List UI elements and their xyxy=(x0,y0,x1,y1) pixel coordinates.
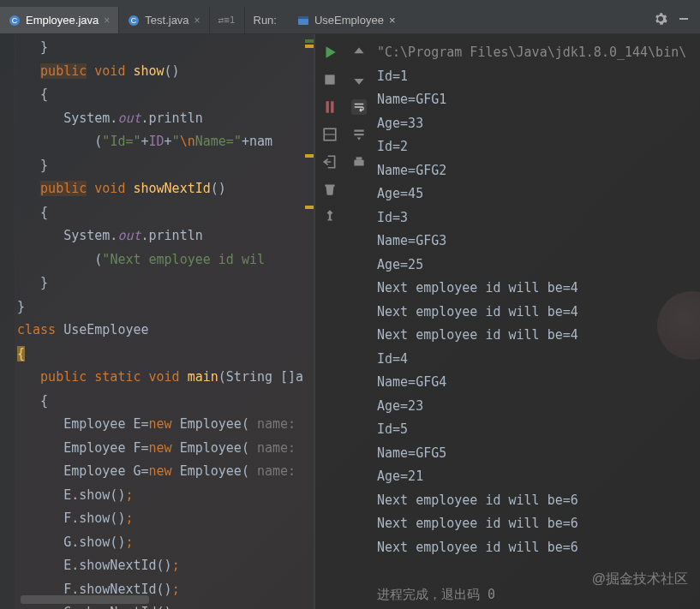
brace-highlight: { xyxy=(17,346,25,361)
keyword-public: public xyxy=(40,63,87,79)
run-toolbar-secondary xyxy=(344,34,374,609)
field: ID xyxy=(149,134,165,149)
code: G.showNextId() xyxy=(17,605,172,609)
code: } xyxy=(17,275,48,290)
semicolon: ; xyxy=(172,605,180,609)
editor-error-stripe[interactable] xyxy=(303,34,314,609)
tabs-row: C Employee.java × C Test.java × ⇄≡1 Run:… xyxy=(0,7,700,34)
keyword-new: new xyxy=(149,416,172,432)
down-icon[interactable] xyxy=(351,72,367,87)
thread-dump-icon[interactable] xyxy=(322,99,338,115)
stripe-mark[interactable] xyxy=(305,45,314,48)
keyword-void: void xyxy=(87,63,133,79)
console-output[interactable]: "C:\Program Files\Java\jdk1.8.0_144\bin\… xyxy=(374,34,700,609)
method-name: showNextId xyxy=(133,181,210,196)
stripe-mark[interactable] xyxy=(305,154,314,158)
gear-icon[interactable] xyxy=(654,12,667,28)
keyword-void: void xyxy=(149,369,188,385)
close-icon[interactable]: × xyxy=(104,15,110,27)
escape: \n xyxy=(180,134,195,149)
up-icon[interactable] xyxy=(351,45,367,60)
print-icon[interactable] xyxy=(351,154,367,170)
keyword-void: void xyxy=(87,181,133,196)
tab-label: Test.java xyxy=(145,14,188,27)
code: .println xyxy=(141,110,203,126)
console-line: Name=GFG2 xyxy=(377,159,697,183)
string: Id= xyxy=(110,134,133,149)
scroll-to-end-icon[interactable] xyxy=(351,127,367,142)
stop-icon[interactable] xyxy=(322,72,338,87)
horizontal-scrollbar[interactable] xyxy=(21,595,149,604)
run-config-tab[interactable]: UseEmployee × xyxy=(289,7,404,33)
minimize-icon[interactable] xyxy=(678,13,690,27)
method-name: main xyxy=(188,369,218,385)
field: out xyxy=(117,228,141,243)
keyword-public: public xyxy=(40,369,94,385)
keyword-static: static xyxy=(94,369,148,385)
tab-employee-java[interactable]: C Employee.java × xyxy=(0,7,119,33)
soft-wrap-icon[interactable] xyxy=(351,99,367,115)
console-line: Next employee id will be=4 xyxy=(377,277,697,301)
string: " xyxy=(133,134,141,149)
svg-rect-6 xyxy=(679,18,688,20)
run-icon[interactable] xyxy=(322,45,338,60)
structure-nav-toggle[interactable]: ⇄≡1 xyxy=(210,7,244,33)
console-line: Id=2 xyxy=(377,135,697,159)
toolbar-right xyxy=(643,7,700,33)
console-line: Age=45 xyxy=(377,182,697,206)
semicolon: ; xyxy=(125,534,133,550)
editor-gutter[interactable] xyxy=(0,34,15,609)
semicolon: ; xyxy=(172,558,180,573)
tab-test-java[interactable]: C Test.java × xyxy=(119,7,209,33)
console-line: Age=33 xyxy=(377,112,697,136)
stripe-mark[interactable] xyxy=(305,206,314,209)
window-top-bar xyxy=(0,0,700,7)
code: + xyxy=(141,134,149,149)
console-line: Id=4 xyxy=(377,348,697,372)
code: () xyxy=(165,63,180,79)
string: Name= xyxy=(195,134,234,149)
layout-icon[interactable] xyxy=(322,127,338,142)
pin-icon[interactable] xyxy=(322,209,338,224)
run-label: Run: xyxy=(254,14,277,27)
param-hint: name: xyxy=(249,440,296,456)
console-line: Next employee id will be=6 xyxy=(377,489,697,513)
svg-rect-10 xyxy=(354,160,363,166)
code: } xyxy=(17,39,48,55)
method-name: show xyxy=(133,63,164,79)
field: out xyxy=(117,110,141,126)
string: " xyxy=(172,134,180,149)
console-line: Age=23 xyxy=(377,395,697,419)
close-icon[interactable]: × xyxy=(194,15,200,27)
stripe-mark[interactable] xyxy=(305,39,314,43)
trash-icon[interactable] xyxy=(322,182,338,197)
editor-tabs: C Employee.java × C Test.java × xyxy=(0,7,210,33)
svg-text:C: C xyxy=(131,16,137,25)
code: Employee F= xyxy=(17,440,149,456)
svg-rect-7 xyxy=(325,75,334,84)
code: E.showNextId() xyxy=(17,558,172,573)
code-editor[interactable]: } public void show() { System.out.printl… xyxy=(15,34,314,609)
code: } xyxy=(17,299,25,314)
code: Employee G= xyxy=(17,463,149,479)
code: E.show() xyxy=(17,487,125,503)
code: { xyxy=(17,205,48,220)
code: System. xyxy=(17,110,117,126)
code: } xyxy=(17,158,48,173)
code: G.show() xyxy=(17,534,125,550)
console-line: Id=3 xyxy=(377,206,697,230)
run-toolbar-primary xyxy=(315,34,344,609)
semicolon: ; xyxy=(172,582,180,597)
svg-rect-11 xyxy=(356,157,362,159)
code: { xyxy=(17,393,48,409)
console-line: Name=GFG3 xyxy=(377,230,697,254)
code: F.showNextId() xyxy=(17,582,172,597)
code: .println xyxy=(141,228,203,243)
console-line: Age=21 xyxy=(377,465,697,489)
code: ( xyxy=(17,252,102,267)
code: Employee( xyxy=(172,440,249,456)
exit-icon[interactable] xyxy=(322,154,338,170)
keyword-new: new xyxy=(149,463,172,479)
close-icon[interactable]: × xyxy=(389,14,396,27)
java-class-icon: C xyxy=(128,15,140,27)
